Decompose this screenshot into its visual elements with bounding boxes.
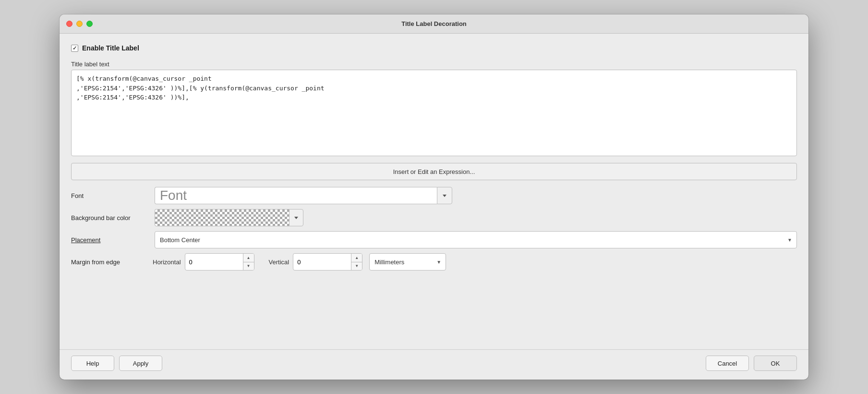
vertical-label: Vertical xyxy=(269,259,289,266)
cancel-button[interactable]: Cancel xyxy=(706,356,749,371)
vertical-value-input[interactable] xyxy=(293,254,351,270)
horizontal-margin-item: Horizontal ▲ ▼ xyxy=(153,253,254,271)
vertical-spinbox: ▲ ▼ xyxy=(293,253,362,271)
enable-row: Enable Title Label xyxy=(71,42,797,54)
ok-button[interactable]: OK xyxy=(754,356,797,371)
help-button[interactable]: Help xyxy=(71,356,114,371)
font-dropdown-button[interactable] xyxy=(437,187,452,204)
footer-left: Help Apply xyxy=(71,356,162,371)
title-label-text-area[interactable]: [% x(transform(@canvas_cursor _point ,'E… xyxy=(71,70,797,156)
font-display[interactable]: Font xyxy=(155,187,437,204)
horizontal-spin-up[interactable]: ▲ xyxy=(243,254,254,262)
horizontal-label: Horizontal xyxy=(153,259,181,266)
placement-row: Placement Bottom Center Top Center Botto… xyxy=(71,231,797,248)
horizontal-value-input[interactable] xyxy=(185,254,243,270)
vertical-spinbox-arrows: ▲ ▼ xyxy=(351,254,362,270)
title-label-section: Title label text [% x(transform(@canvas_… xyxy=(71,61,797,156)
horizontal-spin-down[interactable]: ▼ xyxy=(243,262,254,271)
horizontal-spinbox-arrows: ▲ ▼ xyxy=(243,254,254,270)
margin-row: Margin from edge Horizontal ▲ ▼ Vertical xyxy=(71,253,797,271)
traffic-lights xyxy=(66,21,93,27)
chevron-down-icon xyxy=(443,195,446,197)
enable-label: Enable Title Label xyxy=(82,44,139,52)
margin-label: Margin from edge xyxy=(71,259,148,266)
units-select[interactable]: Millimeters Pixels Inches Centimeters xyxy=(369,253,446,271)
enable-checkbox[interactable] xyxy=(71,45,78,52)
font-row: Font Font xyxy=(71,187,797,204)
font-selector: Font xyxy=(155,187,452,204)
title-label-section-label: Title label text xyxy=(71,61,797,68)
placement-select-wrapper: Bottom Center Top Center Bottom Left Bot… xyxy=(155,231,797,248)
bg-color-row: Background bar color xyxy=(71,209,797,226)
placement-label: Placement xyxy=(71,236,148,244)
font-label: Font xyxy=(71,192,148,199)
color-picker xyxy=(155,209,303,226)
vertical-spin-up[interactable]: ▲ xyxy=(351,254,362,262)
title-bar: Title Label Decoration xyxy=(60,14,808,34)
minimize-button[interactable] xyxy=(76,21,83,27)
vertical-spin-down[interactable]: ▼ xyxy=(351,262,362,271)
placement-select[interactable]: Bottom Center Top Center Bottom Left Bot… xyxy=(155,231,797,248)
dialog-footer: Help Apply Cancel OK xyxy=(60,349,808,380)
window-title: Title Label Decoration xyxy=(401,20,467,27)
horizontal-spinbox: ▲ ▼ xyxy=(185,253,254,271)
dialog-content: Enable Title Label Title label text [% x… xyxy=(60,34,808,349)
vertical-margin-item: Vertical ▲ ▼ xyxy=(269,253,363,271)
bg-color-label: Background bar color xyxy=(71,214,148,222)
title-label-text-content: [% x(transform(@canvas_cursor _point ,'E… xyxy=(76,74,792,102)
chevron-down-icon xyxy=(294,217,298,219)
color-swatch[interactable] xyxy=(155,209,289,226)
dialog-window: Title Label Decoration Enable Title Labe… xyxy=(60,14,808,380)
color-dropdown-button[interactable] xyxy=(289,209,303,226)
apply-button[interactable]: Apply xyxy=(119,356,162,371)
close-button[interactable] xyxy=(66,21,72,27)
form-rows: Font Font Background bar color xyxy=(71,187,797,271)
maximize-button[interactable] xyxy=(86,21,93,27)
footer-right: Cancel OK xyxy=(706,356,797,371)
units-select-inner: Millimeters Pixels Inches Centimeters ▼ xyxy=(369,253,446,271)
insert-expression-button[interactable]: Insert or Edit an Expression... xyxy=(71,163,797,180)
units-select-wrapper: Millimeters Pixels Inches Centimeters ▼ xyxy=(369,253,446,271)
